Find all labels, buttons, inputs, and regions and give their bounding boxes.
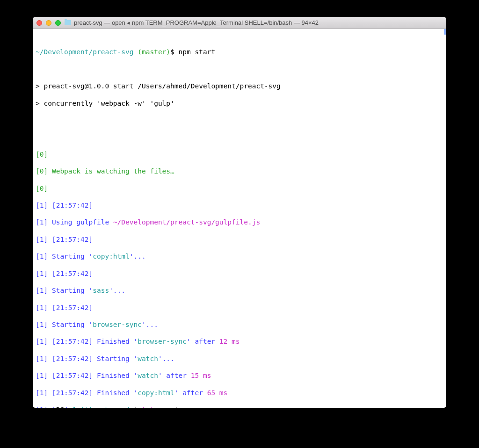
output-line: [1] [21:57:42] [36,235,443,244]
traffic-lights [36,20,61,26]
titlebar[interactable]: preact-svg — open ◂ npm TERM_PROGRAM=App… [33,17,446,29]
output-line: [0] [36,150,443,159]
output-line: [1] Starting 'browser-sync'... [36,320,443,329]
output-line: [1] [21:57:42] Starting 'watch'... [36,354,443,363]
output-line: > concurrently 'webpack -w' 'gulp' [36,99,443,108]
minimize-icon[interactable] [46,20,51,26]
terminal-output[interactable]: ~/Development/preact-svg (master)$ npm s… [33,29,446,408]
output-line: [1] Starting 'copy:html'... [36,252,443,260]
window-title: preact-svg — open ◂ npm TERM_PROGRAM=App… [74,19,319,26]
output-line: [1] [21:57:42] [36,201,443,210]
output-line: [1] [21:57:42] Finished 'browser-sync' a… [36,337,443,346]
output-line: [1] Using gulpfile ~/Development/preact-… [36,218,443,226]
output-line: [1] [21:57:42] [36,303,443,312]
close-icon[interactable] [36,20,42,26]
folder-icon [65,20,71,25]
output-line: [1] [21:57:42] Finished 'copy:html' afte… [36,389,443,397]
zoom-icon[interactable] [55,20,61,26]
output-line: [0] Webpack is watching the files… [36,167,443,175]
command: npm start [179,48,216,56]
git-branch: (master) [138,48,170,56]
prompt-symbol: $ [170,48,174,56]
prompt-line: ~/Development/preact-svg (master)$ npm s… [36,48,443,56]
scrollbar-indicator[interactable] [444,29,446,35]
terminal-window: preact-svg — open ◂ npm TERM_PROGRAM=App… [33,17,446,408]
output-line: [1] [21:57:42] Finished 'watch' after 15… [36,371,443,380]
output-line: [1] Starting 'sass'... [36,286,443,295]
output-line: [1] [21:57:42] [36,269,443,278]
prompt-path: ~/Development/preact-svg [36,48,134,56]
output-line: > preact-svg@1.0.0 start /Users/ahmed/De… [36,82,443,90]
output-line: [0] [36,184,443,193]
output-line: [1] [BS] 1 file changed (style.css) [36,405,443,408]
